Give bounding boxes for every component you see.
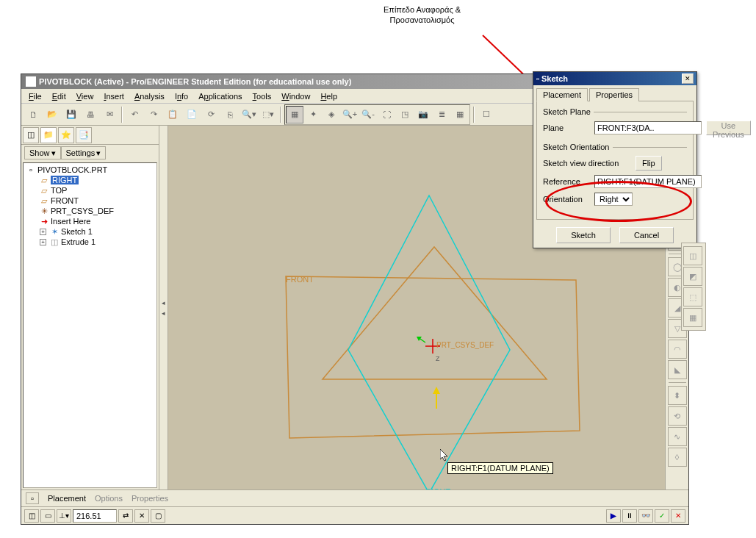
reference-field[interactable] — [594, 175, 702, 188]
tree-item-right[interactable]: ▱ RIGHT — [38, 175, 155, 185]
expand-icon[interactable]: + — [40, 239, 46, 245]
menu-help[interactable]: Help — [316, 90, 342, 102]
menu-analysis[interactable]: Analysis — [130, 90, 169, 102]
extrude-tool-icon[interactable]: ⬍ — [668, 386, 687, 405]
tool-d-icon[interactable]: ▦ — [683, 308, 702, 327]
options-link[interactable]: Options — [95, 494, 123, 503]
zoom-out-icon[interactable]: 🔍- — [359, 106, 377, 123]
new-icon[interactable]: 🗋 — [24, 106, 42, 123]
tree-item-extrude[interactable]: + ◫ Extrude 1 — [38, 237, 155, 247]
chamfer-tool-icon[interactable]: ◣ — [668, 360, 687, 379]
redo-icon[interactable]: ↷ — [145, 106, 162, 123]
blend-tool-icon[interactable]: ◊ — [668, 448, 687, 467]
layer-icon[interactable]: ≣ — [433, 106, 450, 123]
model-tree-panel: ◫ 📁 ⭐ 📑 Show ▾ Settings ▾ ▫ PIVOTBLOCK.P… — [21, 126, 159, 489]
status-flip-icon[interactable]: ⇄ — [118, 509, 133, 523]
right-plane-label: RIGHT — [425, 487, 450, 489]
tool-b-icon[interactable]: ◩ — [683, 267, 702, 286]
expand-icon[interactable]: + — [40, 229, 46, 235]
tree-item-csys[interactable]: ✳ PRT_CSYS_DEF — [38, 206, 155, 216]
open-icon[interactable]: 📂 — [43, 106, 61, 123]
svg-marker-1 — [286, 276, 580, 438]
menu-insert[interactable]: Insert — [99, 90, 129, 102]
mail-icon[interactable]: ✉ — [101, 106, 118, 123]
zoom-in-icon[interactable]: 🔍+ — [341, 106, 359, 123]
dashboard-icon[interactable]: ▫ — [26, 492, 39, 504]
paste-icon[interactable]: 📄 — [183, 106, 201, 123]
spin-icon[interactable]: ✦ — [304, 106, 322, 123]
sketch-plane-group-title: Sketch Plane — [543, 107, 687, 116]
tab-placement[interactable]: Placement — [536, 88, 588, 101]
sweep-tool-icon[interactable]: ∿ — [668, 427, 687, 446]
status-remove-icon[interactable]: ✕ — [134, 509, 149, 523]
find-icon[interactable]: 🔍▾ — [240, 106, 258, 123]
status-solid-icon[interactable]: ◫ — [24, 509, 39, 523]
select-icon[interactable]: ⬚▾ — [259, 106, 277, 123]
tree-display-icon[interactable]: ◫ — [23, 127, 39, 143]
round-tool-icon[interactable]: ◠ — [668, 340, 687, 359]
placement-link[interactable]: Placement — [48, 494, 86, 503]
menu-view[interactable]: View — [72, 90, 98, 102]
tree-button-row: Show ▾ Settings ▾ — [21, 145, 159, 161]
tree-folder-icon[interactable]: 📁 — [40, 127, 57, 143]
dialog-titlebar[interactable]: ▫ Sketch ✕ — [533, 72, 696, 85]
menu-file[interactable]: File — [24, 90, 46, 102]
close-icon[interactable]: ✕ — [682, 73, 694, 84]
tree-item-top[interactable]: ▱ TOP — [38, 185, 155, 196]
menu-tools[interactable]: Tools — [248, 90, 276, 102]
status-thicken-icon[interactable]: ▢ — [151, 509, 165, 523]
play-icon[interactable]: ▶ — [606, 509, 621, 523]
dashboard-bar: ▫ Placement Options Properties — [21, 489, 688, 506]
ok-icon[interactable]: ✓ — [655, 509, 669, 523]
menu-info[interactable]: Info — [170, 90, 192, 102]
revolve-tool-icon[interactable]: ⟲ — [668, 406, 687, 426]
datum-plane-icon: ▱ — [40, 176, 48, 184]
tool-c-icon[interactable]: ⬚ — [683, 287, 702, 306]
tree-layer-icon[interactable]: 📑 — [76, 127, 92, 143]
pause-icon[interactable]: ⏸ — [622, 509, 637, 523]
tree-item-insert-here[interactable]: ➜ Insert Here — [38, 216, 155, 226]
settings-dropdown[interactable]: Settings ▾ — [61, 146, 107, 159]
orientation-select[interactable]: Right — [594, 193, 633, 206]
part-icon: ▫ — [26, 165, 35, 174]
tree-item-front[interactable]: ▱ FRONT — [38, 196, 155, 206]
tab-properties[interactable]: Properties — [589, 88, 639, 101]
orient2-icon[interactable]: ◳ — [396, 106, 414, 123]
dialog-body: Sketch Plane Plane Use Previous Sketch O… — [536, 101, 694, 220]
copy2-icon[interactable]: ⎘ — [221, 106, 239, 123]
show-dropdown[interactable]: Show ▾ — [24, 146, 61, 159]
status-surf-icon[interactable]: ▭ — [40, 509, 55, 523]
saved-view-icon[interactable]: 📷 — [414, 106, 432, 123]
tool-a-icon[interactable]: ◫ — [683, 246, 702, 265]
menu-applications[interactable]: Applications — [194, 90, 246, 102]
properties-link[interactable]: Properties — [132, 494, 168, 503]
use-previous-button[interactable]: Use Previous — [706, 121, 751, 135]
cancel-icon[interactable]: ✕ — [671, 509, 685, 523]
copy-icon[interactable]: 📋 — [164, 106, 181, 123]
menu-window[interactable]: Window — [277, 90, 314, 102]
sketch-button[interactable]: Sketch — [556, 227, 611, 243]
tree-root[interactable]: ▫ PIVOTBLOCK.PRT — [25, 165, 155, 175]
orient-icon[interactable]: ◈ — [323, 106, 340, 123]
datum-disp-icon[interactable]: ☐ — [478, 106, 495, 123]
status-depth-icon[interactable]: ⊥▾ — [57, 509, 71, 523]
plane-field[interactable] — [594, 121, 702, 134]
model-tree[interactable]: ▫ PIVOTBLOCK.PRT ▱ RIGHT ▱ TOP ▱ FRONT ✳ — [23, 162, 157, 488]
preview-icon[interactable]: 👓 — [638, 509, 653, 523]
undo-icon[interactable]: ↶ — [126, 106, 143, 123]
regen-icon[interactable]: ⟳ — [202, 106, 220, 123]
print-icon[interactable]: 🖶 — [82, 106, 99, 123]
view-tool-group: ▦ ✦ ◈ 🔍+ 🔍- ⛶ ◳ 📷 ≣ ▦ — [284, 104, 470, 125]
view-mgr-icon[interactable]: ▦ — [451, 106, 469, 123]
repaint-icon[interactable]: ▦ — [286, 106, 303, 123]
flip-button[interactable]: Flip — [636, 156, 662, 171]
status-right-group: ▶ ⏸ 👓 ✓ ✕ — [606, 509, 685, 523]
panel-collapse-bar[interactable]: ◂ ◂ — [159, 126, 168, 489]
menu-edit[interactable]: Edit — [48, 90, 71, 102]
refit-icon[interactable]: ⛶ — [378, 106, 395, 123]
tree-item-sketch[interactable]: + ✶ Sketch 1 — [38, 226, 155, 237]
tree-favorites-icon[interactable]: ⭐ — [58, 127, 74, 143]
depth-value-field[interactable]: 216.51 — [73, 509, 117, 523]
cancel-button[interactable]: Cancel — [619, 227, 674, 243]
save-icon[interactable]: 💾 — [62, 106, 80, 123]
